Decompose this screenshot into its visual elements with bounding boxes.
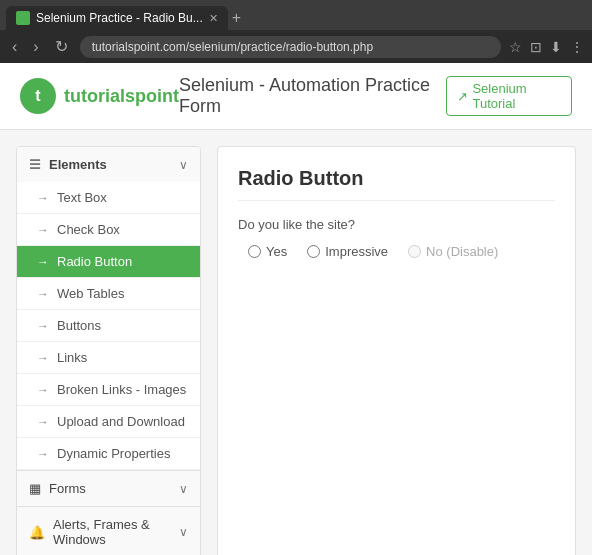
back-button[interactable]: ‹ bbox=[8, 36, 21, 58]
active-tab[interactable]: Selenium Practice - Radio Bu... ✕ bbox=[6, 6, 228, 30]
item-arrow-icon: → bbox=[37, 319, 49, 333]
item-arrow-icon: → bbox=[37, 287, 49, 301]
radio-label: No (Disable) bbox=[426, 244, 498, 259]
sidebar-item-label: Links bbox=[57, 350, 87, 365]
tab-favicon bbox=[16, 11, 30, 25]
sidebar-item-check-box[interactable]: →Check Box bbox=[17, 214, 200, 246]
refresh-button[interactable]: ↻ bbox=[51, 35, 72, 58]
radio-option-impressive[interactable]: Impressive bbox=[307, 244, 388, 259]
sidebar-items-list: →Text Box→Check Box→Radio Button→Web Tab… bbox=[17, 182, 200, 470]
elements-label: Elements bbox=[49, 157, 107, 172]
main-layout: ☰ Elements ∨ →Text Box→Check Box→Radio B… bbox=[0, 130, 592, 555]
section-icon: ▦ bbox=[29, 481, 41, 496]
site-title: Selenium - Automation Practice Form bbox=[179, 75, 446, 117]
item-arrow-icon: → bbox=[37, 351, 49, 365]
sidebar-item-web-tables[interactable]: →Web Tables bbox=[17, 278, 200, 310]
hamburger-icon: ☰ bbox=[29, 157, 41, 172]
radio-label: Impressive bbox=[325, 244, 388, 259]
menu-icon[interactable]: ⋮ bbox=[570, 39, 584, 55]
tutorial-link-label: Selenium Tutorial bbox=[472, 81, 561, 111]
logo-brand-plain: tutorials bbox=[64, 86, 135, 106]
tutorial-link[interactable]: ↗ Selenium Tutorial bbox=[446, 76, 572, 116]
radio-input[interactable] bbox=[408, 245, 421, 258]
sidebar-item-buttons[interactable]: →Buttons bbox=[17, 310, 200, 342]
site-header: t tutorialspoint Selenium - Automation P… bbox=[0, 63, 592, 130]
elements-section-title: ☰ Elements bbox=[29, 157, 107, 172]
forward-button[interactable]: › bbox=[29, 36, 42, 58]
sidebar-item-label: Dynamic Properties bbox=[57, 446, 170, 461]
download-icon[interactable]: ⬇ bbox=[550, 39, 562, 55]
collapsed-chevron-icon: ∨ bbox=[179, 482, 188, 496]
sidebar-collapsed-alerts-frames--windows[interactable]: 🔔Alerts, Frames & Windows∨ bbox=[17, 507, 200, 555]
page-wrapper: t tutorialspoint Selenium - Automation P… bbox=[0, 63, 592, 555]
sidebar-item-text-box[interactable]: →Text Box bbox=[17, 182, 200, 214]
collapsed-sections-list: ▦Forms∨🔔Alerts, Frames & Windows∨▦Widget… bbox=[17, 471, 200, 555]
sidebar-item-label: Upload and Download bbox=[57, 414, 185, 429]
content-area: Radio Button Do you like the site? YesIm… bbox=[217, 146, 576, 555]
collapsed-section-label: Forms bbox=[49, 481, 86, 496]
sidebar-item-dynamic-properties[interactable]: →Dynamic Properties bbox=[17, 438, 200, 470]
collapsed-section-label: Alerts, Frames & Windows bbox=[53, 517, 179, 547]
sidebar-item-label: Radio Button bbox=[57, 254, 132, 269]
radio-label: Yes bbox=[266, 244, 287, 259]
sidebar-item-label: Web Tables bbox=[57, 286, 124, 301]
logo-icon: t bbox=[20, 78, 56, 114]
external-link-icon: ↗ bbox=[457, 89, 468, 104]
question-label: Do you like the site? bbox=[238, 217, 555, 232]
new-tab-button[interactable]: + bbox=[232, 10, 241, 26]
sidebar-item-links[interactable]: →Links bbox=[17, 342, 200, 374]
item-arrow-icon: → bbox=[37, 223, 49, 237]
sidebar-item-label: Check Box bbox=[57, 222, 120, 237]
bookmark-icon[interactable]: ☆ bbox=[509, 39, 522, 55]
item-arrow-icon: → bbox=[37, 383, 49, 397]
sidebar-item-label: Broken Links - Images bbox=[57, 382, 186, 397]
sidebar-item-broken-links---images[interactable]: →Broken Links - Images bbox=[17, 374, 200, 406]
tab-close-button[interactable]: ✕ bbox=[209, 12, 218, 25]
tab-bar: Selenium Practice - Radio Bu... ✕ + bbox=[0, 0, 592, 30]
radio-option-yes[interactable]: Yes bbox=[248, 244, 287, 259]
browser-chrome: Selenium Practice - Radio Bu... ✕ + ‹ › … bbox=[0, 0, 592, 63]
sidebar-item-label: Buttons bbox=[57, 318, 101, 333]
profile-icon[interactable]: ⊡ bbox=[530, 39, 542, 55]
sidebar-item-upload-and-download[interactable]: →Upload and Download bbox=[17, 406, 200, 438]
collapsed-chevron-icon: ∨ bbox=[179, 525, 188, 539]
sidebar-collapsed-forms[interactable]: ▦Forms∨ bbox=[17, 471, 200, 507]
logo-brand-accent: point bbox=[135, 86, 179, 106]
sidebar-item-label: Text Box bbox=[57, 190, 107, 205]
section-icon: 🔔 bbox=[29, 525, 45, 540]
radio-group: YesImpressiveNo (Disable) bbox=[238, 244, 555, 259]
address-bar: ‹ › ↻ ☆ ⊡ ⬇ ⋮ bbox=[0, 30, 592, 63]
elements-section-header[interactable]: ☰ Elements ∨ bbox=[17, 147, 200, 182]
elements-section: ☰ Elements ∨ →Text Box→Check Box→Radio B… bbox=[17, 147, 200, 471]
radio-option-no-disable[interactable]: No (Disable) bbox=[408, 244, 498, 259]
radio-input[interactable] bbox=[248, 245, 261, 258]
item-arrow-icon: → bbox=[37, 191, 49, 205]
content-title: Radio Button bbox=[238, 167, 555, 201]
item-arrow-icon: → bbox=[37, 447, 49, 461]
logo-area: t tutorialspoint bbox=[20, 78, 179, 114]
item-arrow-icon: → bbox=[37, 415, 49, 429]
url-input[interactable] bbox=[80, 36, 501, 58]
radio-input[interactable] bbox=[307, 245, 320, 258]
tab-title: Selenium Practice - Radio Bu... bbox=[36, 11, 203, 25]
address-bar-icons: ☆ ⊡ ⬇ ⋮ bbox=[509, 39, 584, 55]
item-arrow-icon: → bbox=[37, 255, 49, 269]
elements-chevron-icon: ∨ bbox=[179, 158, 188, 172]
sidebar: ☰ Elements ∨ →Text Box→Check Box→Radio B… bbox=[16, 146, 201, 555]
logo-letter: t bbox=[35, 87, 40, 105]
sidebar-item-radio-button[interactable]: →Radio Button bbox=[17, 246, 200, 278]
logo-text: tutorialspoint bbox=[64, 86, 179, 107]
